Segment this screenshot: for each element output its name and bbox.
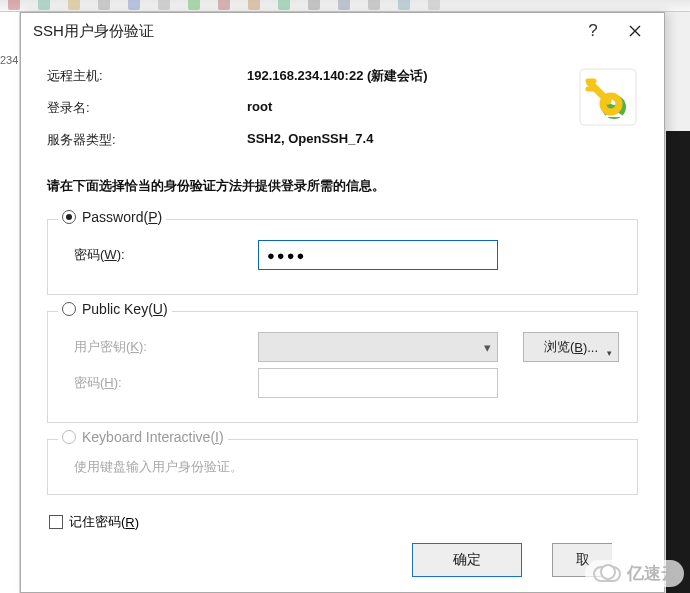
bg-right-strip — [666, 131, 690, 593]
login-label: 登录名: — [47, 99, 247, 117]
publickey-radio[interactable]: Public Key(U) — [58, 301, 172, 317]
pubkey-password-label: 密码(H): — [66, 374, 246, 392]
publickey-radio-label-post: ) — [163, 301, 168, 317]
watermark-text: 亿速云 — [627, 562, 678, 585]
bg-left-panel: 234 — [0, 12, 20, 593]
connection-info: 远程主机: 192.168.234.140:22 (新建会话) 登录名: roo… — [47, 67, 638, 149]
close-icon — [629, 25, 641, 37]
background-toolbar-strip — [0, 0, 690, 12]
password-label: 密码(W): — [66, 246, 246, 264]
keyboard-auth-group: Keyboard Interactive(I) 使用键盘输入用户身份验证。 — [47, 439, 638, 495]
remote-host-value: 192.168.234.140:22 (新建会话) — [247, 67, 558, 85]
radio-icon — [62, 430, 76, 444]
pubkey-password-row: 密码(H): — [66, 368, 619, 398]
remember-hotkey: R — [125, 515, 134, 530]
dropdown-arrow-icon: ▾ — [607, 348, 612, 358]
bg-blurred-icons — [0, 0, 660, 12]
password-radio-label-post: ) — [157, 209, 162, 225]
publickey-radio-label-pre: Public Key( — [82, 301, 153, 317]
pubkey-password-input[interactable] — [258, 368, 498, 398]
keyboard-radio-label-post: ) — [219, 429, 224, 445]
password-auth-group: Password(P) 密码(W): — [47, 219, 638, 295]
cloud-icon — [591, 564, 621, 584]
password-input[interactable] — [258, 240, 498, 270]
keyboard-radio[interactable]: Keyboard Interactive(I) — [58, 429, 228, 445]
dialog-content: 远程主机: 192.168.234.140:22 (新建会话) 登录名: roo… — [21, 49, 664, 592]
chevron-down-icon: ▾ — [484, 340, 491, 355]
watermark: 亿速云 — [585, 560, 684, 587]
key-user-icon — [578, 67, 638, 127]
password-radio-hotkey: P — [148, 209, 157, 225]
server-type-label: 服务器类型: — [47, 131, 247, 149]
radio-icon — [62, 210, 76, 224]
password-radio-label-pre: Password( — [82, 209, 148, 225]
titlebar: SSH用户身份验证 ? — [21, 13, 664, 49]
checkbox-icon — [49, 515, 63, 529]
server-type-value: SSH2, OpenSSH_7.4 — [247, 131, 558, 146]
publickey-auth-group: Public Key(U) 用户密钥(K): ▾ 浏览(B)... ▾ 密码(H… — [47, 311, 638, 423]
instruction-text: 请在下面选择恰当的身份验证方法并提供登录所需的信息。 — [47, 177, 638, 195]
keyboard-radio-label-pre: Keyboard Interactive( — [82, 429, 215, 445]
close-button[interactable] — [614, 16, 656, 46]
password-radio[interactable]: Password(P) — [58, 209, 166, 225]
userkey-combo[interactable]: ▾ — [258, 332, 498, 362]
remote-host-label: 远程主机: — [47, 67, 247, 85]
ok-button[interactable]: 确定 — [412, 543, 522, 577]
radio-icon — [62, 302, 76, 316]
remember-label-pre: 记住密码( — [69, 513, 125, 531]
bg-left-text: 234 — [0, 54, 18, 66]
remember-password-checkbox[interactable]: 记住密码(R) — [47, 511, 638, 543]
dialog-footer: 确定 取 — [47, 543, 638, 577]
help-button[interactable]: ? — [572, 16, 614, 46]
userkey-row: 用户密钥(K): ▾ 浏览(B)... ▾ — [66, 332, 619, 362]
remember-label-post: ) — [135, 515, 139, 530]
password-row: 密码(W): — [66, 240, 619, 270]
publickey-radio-hotkey: U — [153, 301, 163, 317]
keyboard-desc: 使用键盘输入用户身份验证。 — [66, 458, 619, 476]
dialog-title: SSH用户身份验证 — [33, 22, 572, 41]
userkey-label: 用户密钥(K): — [66, 338, 246, 356]
browse-button[interactable]: 浏览(B)... ▾ — [523, 332, 619, 362]
login-value: root — [247, 99, 558, 114]
ssh-auth-dialog: SSH用户身份验证 ? 远程主机: 192.168.234.140:22 (新建… — [20, 12, 665, 593]
